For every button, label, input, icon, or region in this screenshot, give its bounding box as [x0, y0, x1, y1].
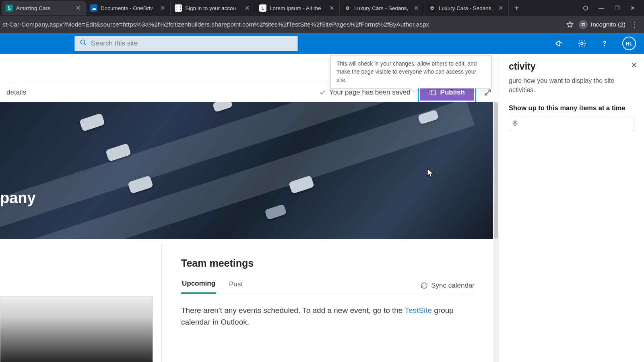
tab-title: Luxury Cars - Sedans,: [354, 5, 409, 11]
browser-tab[interactable]: ✪Luxury Cars - Sedans,✕: [340, 1, 424, 15]
svg-point-6: [581, 42, 583, 45]
events-webpart: Team meetings Upcoming Past Sync calenda…: [162, 243, 494, 362]
page-body: Priv This will check in your changes, al…: [0, 54, 644, 362]
sync-calendar-button[interactable]: Sync calendar: [421, 282, 475, 290]
window-close-icon[interactable]: ✕: [630, 5, 635, 11]
svg-line-10: [485, 90, 491, 95]
tab-close-icon[interactable]: ✕: [328, 4, 335, 12]
site-search[interactable]: [74, 36, 298, 51]
hero-title: pany: [0, 189, 36, 207]
svg-rect-8: [430, 90, 436, 95]
tab-title: Documents - OneDriv: [101, 5, 156, 11]
scrollbar-thumb[interactable]: [494, 102, 498, 239]
events-tabs: Upcoming Past Sync calendar: [181, 277, 475, 294]
bookmark-star-icon[interactable]: [566, 21, 574, 29]
tab-close-icon[interactable]: ✕: [74, 4, 82, 12]
window-controls: ― ❐ ✕: [583, 5, 642, 11]
testsite-link[interactable]: TestSite: [405, 306, 432, 315]
browser-tab[interactable]: LLorem Ipsum - All the✕: [255, 1, 340, 15]
browser-tab[interactable]: ☁Documents - OneDriv✕: [86, 1, 171, 15]
lower-section: Team meetings Upcoming Past Sync calenda…: [0, 243, 494, 362]
svg-point-4: [80, 40, 85, 44]
browser-tab[interactable]: ⋮⋮Sign in to your accou✕: [171, 1, 255, 15]
canvas-scrollbar[interactable]: [493, 102, 499, 362]
tab-favicon-icon: ✪: [428, 4, 436, 12]
tab-close-icon[interactable]: ✕: [244, 4, 251, 12]
panel-description: gure how you want to display the site ac…: [509, 76, 634, 95]
events-empty-message: There aren't any events scheduled. To ad…: [181, 304, 455, 328]
panel-close-button[interactable]: ✕: [631, 60, 638, 70]
svg-point-2: [583, 24, 585, 26]
tab-title: Amazing Cars: [16, 5, 71, 11]
suite-bar: HL: [0, 33, 644, 54]
account-dot-icon[interactable]: [583, 6, 588, 10]
sync-label: Sync calendar: [431, 282, 475, 290]
checkmark-icon: [319, 89, 326, 96]
browser-tab[interactable]: SAmazing Cars✕: [2, 1, 86, 15]
browser-menu-icon[interactable]: ⋮: [630, 23, 638, 26]
expand-icon[interactable]: [483, 88, 492, 97]
svg-point-7: [604, 45, 605, 46]
left-column: [0, 243, 162, 362]
tab-past[interactable]: Past: [228, 278, 244, 293]
saved-indicator: Your page has been saved: [319, 88, 411, 97]
tab-upcoming[interactable]: Upcoming: [181, 277, 216, 294]
tab-favicon-icon: ⋮⋮: [175, 4, 182, 12]
panel-title: ctivity: [509, 61, 634, 72]
sync-icon: [421, 282, 428, 289]
items-count-label: Show up to this many items at a time: [509, 104, 634, 112]
publish-label: Publish: [440, 88, 465, 97]
address-url[interactable]: st-Car-Company.aspx?Mode=Edit&source=htt…: [2, 21, 561, 28]
new-tab-button[interactable]: +: [509, 4, 525, 13]
tab-title: Luxury Cars - Sedans,: [439, 5, 494, 11]
incognito-icon: [579, 20, 588, 29]
items-count-input[interactable]: [509, 116, 634, 131]
address-bar: st-Car-Company.aspx?Mode=Edit&source=htt…: [0, 16, 644, 33]
page-canvas: Priv This will check in your changes, al…: [0, 54, 499, 362]
window-maximize-icon[interactable]: ❐: [615, 5, 620, 11]
browser-chrome: SAmazing Cars✕☁Documents - OneDriv✕⋮⋮Sig…: [0, 0, 644, 33]
browser-tab[interactable]: ✪Luxury Cars - Sedans,✕: [424, 1, 509, 15]
hero-banner[interactable]: pany: [0, 102, 494, 239]
user-avatar[interactable]: HL: [622, 37, 636, 50]
tab-close-icon[interactable]: ✕: [497, 4, 504, 12]
tab-close-icon[interactable]: ✕: [413, 4, 420, 12]
image-webpart[interactable]: [0, 296, 153, 362]
megaphone-icon[interactable]: [555, 39, 564, 48]
empty-pre: There aren't any events scheduled. To ad…: [181, 306, 405, 315]
page-details-link[interactable]: details: [6, 88, 26, 97]
settings-gear-icon[interactable]: [577, 39, 587, 48]
svg-point-1: [582, 24, 583, 26]
publish-tooltip-text: This will check in your changes, allow o…: [336, 60, 477, 83]
search-icon: [80, 39, 87, 48]
tab-title: Lorem Ipsum - All the: [270, 5, 325, 11]
help-icon[interactable]: [600, 39, 609, 48]
incognito-indicator[interactable]: Incognito (2): [579, 20, 625, 29]
tab-favicon-icon: S: [6, 4, 13, 12]
svg-marker-0: [567, 22, 573, 27]
tab-favicon-icon: ✪: [344, 4, 351, 12]
saved-text: Your page has been saved: [329, 88, 411, 97]
window-minimize-icon[interactable]: ―: [599, 5, 604, 11]
property-panel: ✕ ctivity gure how you want to display t…: [499, 54, 644, 362]
publish-tooltip: This will check in your changes, allow o…: [330, 55, 491, 88]
svg-line-5: [84, 43, 86, 45]
tab-favicon-icon: ☁: [90, 4, 97, 12]
tab-favicon-icon: L: [259, 4, 266, 12]
tab-close-icon[interactable]: ✕: [159, 4, 166, 12]
publish-icon: [429, 89, 436, 96]
events-title: Team meetings: [181, 257, 475, 269]
tab-strip: SAmazing Cars✕☁Documents - OneDriv✕⋮⋮Sig…: [0, 0, 644, 16]
site-search-input[interactable]: [91, 39, 293, 47]
incognito-label: Incognito (2): [591, 21, 625, 28]
svg-rect-3: [582, 23, 585, 24]
tab-title: Sign in to your accou: [185, 5, 240, 11]
